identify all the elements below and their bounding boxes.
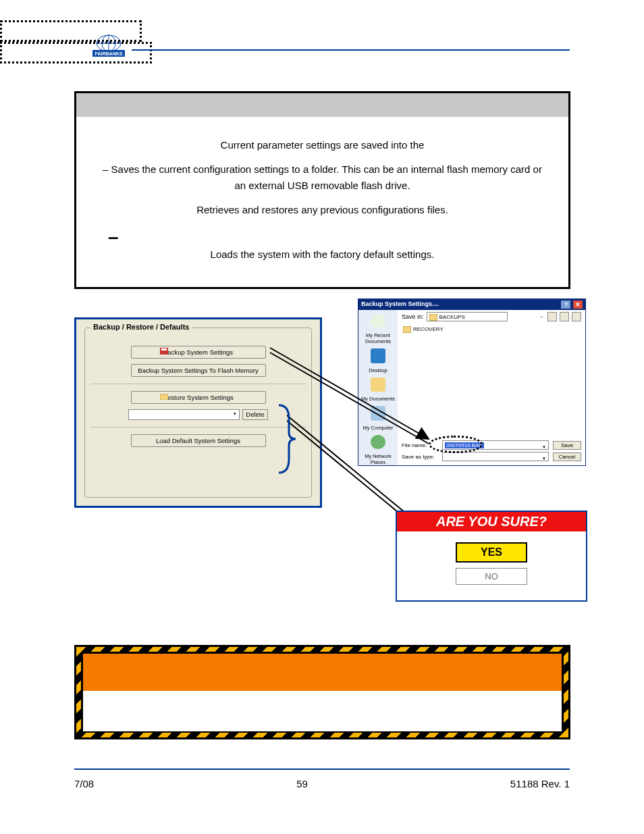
backup-button-label: Backup System Settings bbox=[163, 348, 233, 356]
load-defaults-button[interactable]: Load Default System Settings bbox=[131, 434, 266, 447]
svg-rect-8 bbox=[160, 394, 168, 400]
backup-to-flash-button[interactable]: Backup System Settings To Flash Memory bbox=[131, 364, 266, 377]
save-button[interactable]: Save bbox=[553, 441, 581, 450]
folder-icon bbox=[403, 326, 411, 333]
folder-recovery[interactable]: RECOVERY bbox=[413, 326, 444, 332]
panel-legend: Backup / Restore / Defaults bbox=[90, 323, 192, 331]
up-icon[interactable] bbox=[547, 312, 557, 321]
save-dialog-title: Backup System Settings.... bbox=[361, 301, 439, 309]
views-icon[interactable] bbox=[572, 312, 581, 321]
save-in-label: Save in: bbox=[402, 313, 424, 320]
bracket-restore-defaults bbox=[279, 405, 299, 473]
dash-glyph: – bbox=[108, 226, 119, 248]
save-in-field[interactable]: BACKUPS bbox=[427, 312, 508, 321]
help-icon[interactable]: ? bbox=[561, 301, 570, 309]
confirm-no-button[interactable]: NO bbox=[456, 568, 527, 585]
save-type-field[interactable] bbox=[442, 452, 549, 461]
warning-banner bbox=[74, 645, 570, 739]
footer-doc: 51188 Rev. 1 bbox=[510, 778, 570, 789]
fairbanks-logo: FAIRBANKS bbox=[91, 34, 126, 64]
folder-open-icon bbox=[160, 393, 168, 400]
info-line-1: Current parameter settings are saved int… bbox=[97, 137, 548, 153]
highlight-oval-backup bbox=[0, 0, 149, 20]
new-folder-icon[interactable] bbox=[560, 312, 569, 321]
confirm-yes-button[interactable]: YES bbox=[456, 542, 527, 563]
confirm-dialog: ARE YOU SURE? YES NO bbox=[396, 511, 587, 602]
disk-icon bbox=[160, 348, 168, 355]
info-line-4: Loads the system with the factory defaul… bbox=[97, 246, 548, 263]
recent-docs-icon[interactable] bbox=[371, 314, 385, 328]
info-box: Current parameter settings are saved int… bbox=[74, 91, 570, 289]
restore-system-settings-button[interactable]: Restore System Settings bbox=[131, 391, 266, 404]
cancel-button[interactable]: Cancel bbox=[553, 452, 581, 461]
svg-text:FAIRBANKS: FAIRBANKS bbox=[95, 51, 123, 56]
svg-rect-7 bbox=[161, 348, 167, 350]
page-footer: 7/08 59 51188 Rev. 1 bbox=[74, 778, 570, 789]
info-line-3: Retrieves and restores any previous conf… bbox=[97, 202, 548, 218]
close-icon[interactable]: ✕ bbox=[573, 301, 583, 309]
footer-date: 7/08 bbox=[74, 778, 94, 789]
info-line-2: – Saves the current configuration settin… bbox=[97, 161, 548, 194]
highlight-box-defaults bbox=[0, 42, 152, 63]
footer-rule bbox=[74, 768, 570, 770]
delete-button[interactable]: Delete bbox=[242, 409, 267, 420]
confirm-header: ARE YOU SURE? bbox=[397, 512, 586, 531]
restore-file-select[interactable] bbox=[128, 409, 240, 420]
info-box-band bbox=[76, 93, 568, 117]
backup-system-settings-button[interactable]: Backup System Settings bbox=[131, 346, 266, 359]
footer-page: 59 bbox=[296, 778, 308, 789]
restore-button-label: Restore System Settings bbox=[163, 394, 234, 401]
header-rule bbox=[132, 49, 570, 51]
